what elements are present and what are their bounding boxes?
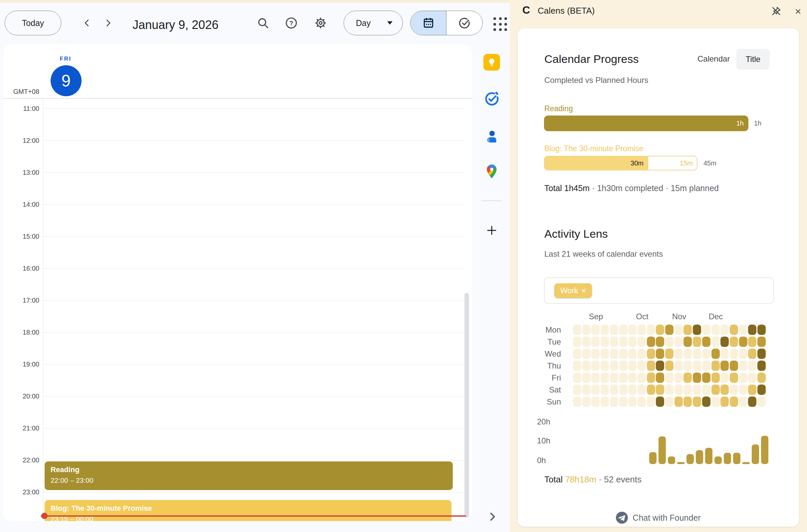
heatmap-cell[interactable] xyxy=(757,337,766,347)
heatmap-cell[interactable] xyxy=(573,384,581,395)
settings-button[interactable] xyxy=(311,14,330,32)
heatmap-cell[interactable] xyxy=(684,348,692,359)
heatmap-cell[interactable] xyxy=(730,397,738,407)
heatmap-cell[interactable] xyxy=(693,325,701,335)
heatmap-cell[interactable] xyxy=(665,397,673,407)
heatmap-cell[interactable] xyxy=(637,348,646,359)
heatmap-cell[interactable] xyxy=(748,384,756,395)
heatmap-cell[interactable] xyxy=(656,373,664,383)
heatmap-cell[interactable] xyxy=(610,373,618,383)
heatmap-cell[interactable] xyxy=(665,325,673,335)
event-blog[interactable]: Blog: The 30-minute Promise 23:15 – 00:0… xyxy=(45,500,451,521)
heatmap-cell[interactable] xyxy=(647,373,655,383)
unpin-button[interactable] xyxy=(769,5,783,18)
heatmap-cell[interactable] xyxy=(582,384,591,395)
blog-completed-bar[interactable]: 30m xyxy=(544,156,648,170)
heatmap-cell[interactable] xyxy=(601,361,609,371)
heatmap-cell[interactable] xyxy=(702,373,710,383)
heatmap-cell[interactable] xyxy=(684,373,692,383)
heatmap-cell[interactable] xyxy=(619,337,628,347)
week-bar[interactable] xyxy=(705,448,712,464)
calendar-view-toggle[interactable] xyxy=(410,11,446,35)
heatmap-cell[interactable] xyxy=(702,384,710,395)
heatmap-cell[interactable] xyxy=(665,373,673,383)
heatmap-cell[interactable] xyxy=(656,384,664,395)
heatmap-cell[interactable] xyxy=(647,337,655,347)
heatmap-cell[interactable] xyxy=(693,361,701,371)
sidebar-item-tasks[interactable] xyxy=(483,91,500,107)
heatmap-cell[interactable] xyxy=(748,325,756,335)
heatmap-cell[interactable] xyxy=(757,397,766,407)
get-add-ons-button[interactable] xyxy=(484,223,499,238)
week-bar[interactable] xyxy=(658,436,666,464)
heatmap-cell[interactable] xyxy=(739,361,747,371)
heatmap-cell[interactable] xyxy=(628,361,637,371)
heatmap-cell[interactable] xyxy=(591,348,600,359)
heatmap-cell[interactable] xyxy=(720,361,729,371)
heatmap-cell[interactable] xyxy=(582,325,591,335)
heatmap-cell[interactable] xyxy=(637,384,646,395)
heatmap-cell[interactable] xyxy=(610,348,618,359)
heatmap-cell[interactable] xyxy=(665,348,673,359)
heatmap-cell[interactable] xyxy=(693,373,701,383)
heatmap-cell[interactable] xyxy=(582,397,591,407)
heatmap-cell[interactable] xyxy=(720,348,729,359)
heatmap-cell[interactable] xyxy=(684,337,692,347)
heatmap-cell[interactable] xyxy=(748,348,756,359)
sidebar-item-keep[interactable] xyxy=(483,54,500,71)
heatmap-cell[interactable] xyxy=(739,325,747,335)
next-day-arrow[interactable] xyxy=(484,509,500,525)
heatmap-cell[interactable] xyxy=(757,325,766,335)
week-bar[interactable] xyxy=(668,456,675,464)
heatmap-cell[interactable] xyxy=(601,397,609,407)
heatmap-cell[interactable] xyxy=(601,348,609,359)
heatmap-cell[interactable] xyxy=(693,337,701,347)
search-button[interactable] xyxy=(254,14,272,32)
heatmap-cell[interactable] xyxy=(711,397,720,407)
close-panel-button[interactable]: × xyxy=(791,5,805,18)
heatmap-cell[interactable] xyxy=(720,337,729,347)
heatmap-cell[interactable] xyxy=(739,384,747,395)
heatmap-cell[interactable] xyxy=(674,397,683,407)
heatmap-cell[interactable] xyxy=(711,337,720,347)
heatmap-cell[interactable] xyxy=(656,337,664,347)
heatmap-cell[interactable] xyxy=(702,361,710,371)
heatmap-cell[interactable] xyxy=(628,397,637,407)
heatmap-cell[interactable] xyxy=(757,348,766,359)
heatmap-cell[interactable] xyxy=(757,361,766,371)
view-selector-dropdown[interactable]: Day xyxy=(344,11,403,35)
heatmap-cell[interactable] xyxy=(573,348,581,359)
heatmap-cell[interactable] xyxy=(748,397,756,407)
heatmap-cell[interactable] xyxy=(619,325,628,335)
heatmap-cell[interactable] xyxy=(619,361,628,371)
heatmap-cell[interactable] xyxy=(730,348,738,359)
heatmap-cell[interactable] xyxy=(674,325,683,335)
tasks-view-toggle[interactable] xyxy=(446,11,482,35)
next-day-button[interactable] xyxy=(99,14,117,32)
heatmap-cell[interactable] xyxy=(582,348,591,359)
heatmap-cell[interactable] xyxy=(693,348,701,359)
heatmap-cell[interactable] xyxy=(647,397,655,407)
heatmap-cell[interactable] xyxy=(702,397,710,407)
heatmap-cell[interactable] xyxy=(674,348,683,359)
heatmap-cell[interactable] xyxy=(693,397,701,407)
week-bar[interactable] xyxy=(733,453,741,464)
heatmap-cell[interactable] xyxy=(674,373,683,383)
heatmap-cell[interactable] xyxy=(601,325,609,335)
heatmap-cell[interactable] xyxy=(748,337,756,347)
week-bar[interactable] xyxy=(677,462,685,464)
event-reading[interactable]: Reading 22:00 – 23:00 xyxy=(45,461,453,490)
week-bar[interactable] xyxy=(761,436,768,464)
google-apps-button[interactable] xyxy=(493,17,508,32)
heatmap-cell[interactable] xyxy=(601,337,609,347)
heatmap-cell[interactable] xyxy=(702,325,710,335)
heatmap-cell[interactable] xyxy=(591,337,600,347)
heatmap-cell[interactable] xyxy=(573,361,581,371)
blog-planned-bar[interactable]: 15m xyxy=(648,156,697,170)
heatmap-cell[interactable] xyxy=(720,325,729,335)
heatmap-cell[interactable] xyxy=(720,384,729,395)
heatmap-cell[interactable] xyxy=(647,384,655,395)
heatmap-cell[interactable] xyxy=(619,373,628,383)
heatmap-cell[interactable] xyxy=(591,397,600,407)
heatmap-cell[interactable] xyxy=(628,337,637,347)
